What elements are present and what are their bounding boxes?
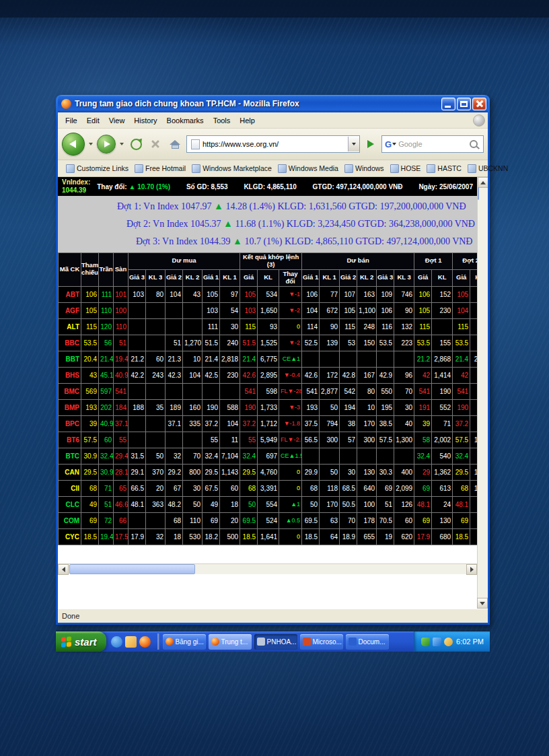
- data-cell: 43: [183, 286, 203, 302]
- data-cell: ▼-3: [279, 399, 302, 415]
- menu-bookmarks[interactable]: Bookmarks: [162, 114, 209, 127]
- scroll-down-button[interactable]: [477, 598, 488, 609]
- data-cell: 746: [394, 286, 414, 302]
- data-cell: 37.1: [166, 415, 183, 432]
- data-cell: 190: [203, 399, 220, 415]
- home-button[interactable]: [167, 136, 183, 152]
- horizontal-scroll-thumb[interactable]: [69, 564, 195, 574]
- data-cell: 541: [453, 383, 470, 399]
- vertical-scrollbar[interactable]: [477, 177, 488, 609]
- url-text[interactable]: https://www.vse.org.vn/: [203, 140, 348, 148]
- quick-launch: [111, 636, 151, 648]
- data-cell: 66: [114, 512, 129, 528]
- search-placeholder[interactable]: Google: [398, 140, 470, 148]
- browser-window: Trung tam giao dich chung khoan TP.HCM -…: [56, 95, 490, 625]
- column-header: Giá 2: [166, 269, 183, 286]
- data-cell: 50: [320, 464, 340, 480]
- data-cell: 67.5: [203, 480, 220, 496]
- bookmark-icon: [278, 164, 287, 173]
- reload-button[interactable]: [128, 136, 144, 152]
- data-cell: 110: [99, 302, 114, 318]
- data-cell: 51: [99, 496, 114, 512]
- scroll-left-button[interactable]: [58, 564, 69, 575]
- data-cell: [183, 318, 203, 335]
- menu-history[interactable]: History: [129, 114, 161, 127]
- table-row: BPC3940.937.137.133537.210437.21,712▼-1.…: [59, 415, 478, 432]
- data-cell: 2,877: [320, 383, 340, 399]
- network-icon[interactable]: [433, 638, 441, 646]
- data-cell: [302, 351, 320, 367]
- data-cell: 45: [470, 302, 477, 318]
- forward-dropdown-icon[interactable]: [120, 143, 124, 145]
- bookmark-windows[interactable]: Windows: [342, 163, 387, 174]
- scroll-right-button[interactable]: [466, 564, 477, 575]
- data-cell: [166, 383, 183, 399]
- task-button-trungt[interactable]: Trung t...: [209, 634, 252, 650]
- ticker-cell: BBT: [59, 351, 81, 367]
- vertical-scroll-thumb[interactable]: [478, 187, 479, 200]
- data-cell: 130: [357, 464, 377, 480]
- mail-icon[interactable]: [125, 636, 137, 648]
- url-input[interactable]: https://www.vse.org.vn/: [186, 135, 360, 153]
- horizontal-scrollbar[interactable]: [58, 563, 477, 574]
- ie-icon[interactable]: [111, 636, 122, 648]
- firefox-icon[interactable]: [139, 636, 151, 648]
- data-cell: 569: [81, 383, 99, 399]
- search-engine-dropdown-icon[interactable]: [392, 143, 396, 145]
- data-cell: 1,19: [470, 432, 477, 448]
- url-history-dropdown[interactable]: [348, 137, 359, 151]
- forward-button[interactable]: [97, 135, 116, 153]
- task-button-pnhoa[interactable]: PNHOA...: [254, 634, 297, 650]
- data-cell: 32.4: [453, 448, 470, 464]
- menu-edit[interactable]: Edit: [82, 114, 104, 127]
- shield-icon[interactable]: [421, 638, 430, 646]
- menu-view[interactable]: View: [104, 114, 130, 127]
- data-cell: 90: [394, 302, 414, 318]
- data-cell: 53.5: [81, 335, 99, 351]
- column-group-header: Dư mua: [129, 253, 240, 270]
- bookmark-ubcknn[interactable]: UBCKNN: [465, 163, 511, 174]
- bookmark-free-hotmail[interactable]: Free Hotmail: [132, 163, 188, 174]
- data-cell: 1,300: [394, 432, 414, 448]
- column-header: KL 3: [146, 269, 166, 286]
- data-cell: 107: [340, 286, 357, 302]
- task-button-docum[interactable]: Docum...: [346, 634, 389, 650]
- scroll-up-button[interactable]: [478, 177, 488, 188]
- task-button-bnggi[interactable]: Băng gi...: [163, 634, 206, 650]
- menu-tools[interactable]: Tools: [209, 114, 235, 127]
- close-button[interactable]: [472, 98, 486, 110]
- task-button-label: Trung t...: [221, 638, 248, 646]
- data-cell: 37.2: [203, 415, 220, 432]
- search-input[interactable]: G Google: [381, 135, 484, 153]
- volume-icon[interactable]: [444, 638, 453, 646]
- data-cell: 500: [220, 528, 240, 545]
- bookmark-windows-marketplace[interactable]: Windows Marketplace: [189, 163, 274, 174]
- bookmark-hastc[interactable]: HASTC: [424, 163, 464, 174]
- task-button-microso[interactable]: Microso...: [300, 634, 343, 650]
- data-cell: 58: [414, 432, 432, 448]
- stop-button[interactable]: [147, 136, 163, 152]
- search-icon[interactable]: [470, 140, 478, 148]
- column-header: KL: [470, 269, 477, 286]
- bookmark-icon: [66, 164, 75, 173]
- data-cell: 32: [146, 528, 166, 545]
- data-cell: 190: [453, 399, 470, 415]
- vnindex-block: VnIndex: 1044.39: [62, 178, 90, 195]
- data-cell: [377, 351, 394, 367]
- maximize-button[interactable]: [457, 98, 471, 110]
- data-cell: [166, 302, 183, 318]
- menu-help[interactable]: Help: [235, 114, 260, 127]
- menu-file[interactable]: File: [61, 114, 82, 127]
- data-cell: 541: [114, 383, 129, 399]
- bookmark-customize-links[interactable]: Customize Links: [63, 163, 131, 174]
- data-cell: 1,39: [470, 480, 477, 496]
- bookmark-hose[interactable]: HOSE: [388, 163, 424, 174]
- back-button[interactable]: [62, 133, 85, 156]
- start-button[interactable]: start: [56, 631, 106, 652]
- minimize-button[interactable]: [441, 98, 455, 110]
- go-button[interactable]: [363, 136, 378, 152]
- back-dropdown-icon[interactable]: [89, 143, 93, 145]
- data-cell: 69: [414, 480, 432, 496]
- bookmark-windows-media[interactable]: Windows Media: [275, 163, 341, 174]
- title-bar[interactable]: Trung tam giao dich chung khoan TP.HCM -…: [58, 95, 488, 112]
